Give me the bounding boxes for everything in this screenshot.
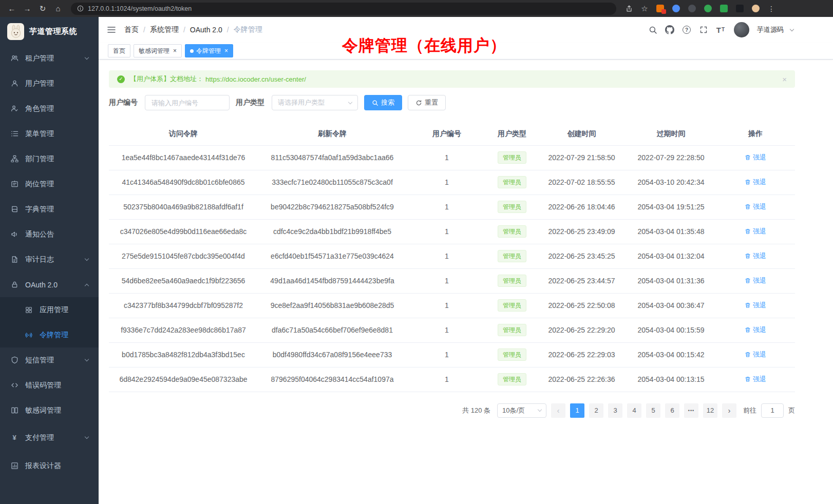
breadcrumb-home[interactable]: 首页 bbox=[124, 25, 139, 34]
sidebar-item-oauth2-token[interactable]: 令牌管理 bbox=[0, 322, 99, 347]
force-logout-button[interactable]: 强退 bbox=[745, 375, 766, 384]
sidebar-item-tenant[interactable]: 租户管理 bbox=[0, 46, 99, 71]
browser-forward-icon[interactable]: → bbox=[21, 3, 34, 15]
close-icon[interactable]: × bbox=[173, 48, 177, 54]
page-button-3[interactable]: 3 bbox=[608, 403, 622, 418]
goto-page-input[interactable] bbox=[761, 403, 784, 418]
sidebar-item-menu[interactable]: 菜单管理 bbox=[0, 121, 99, 146]
force-logout-button[interactable]: 强退 bbox=[745, 178, 766, 187]
sidebar-item-pay[interactable]: ¥ 支付管理 bbox=[0, 425, 99, 450]
force-logout-button[interactable]: 强退 bbox=[745, 153, 766, 162]
sidebar-item-dept[interactable]: 部门管理 bbox=[0, 146, 99, 171]
cell-refresh-token: b0df4980ffd34c67a08f9156e4eee733 bbox=[258, 342, 407, 367]
cell-user-id: 1 bbox=[407, 293, 487, 318]
trash-icon bbox=[745, 278, 751, 284]
force-logout-button[interactable]: 强退 bbox=[745, 251, 766, 261]
search-button[interactable]: 搜索 bbox=[364, 95, 402, 110]
sidebar-item-sensitive-word[interactable]: 敏感词管理 bbox=[0, 398, 99, 423]
sidebar-item-label: 敏感词管理 bbox=[25, 406, 61, 415]
user-menu-caret-icon[interactable] bbox=[790, 27, 794, 31]
user-type-select[interactable]: 请选择用户类型 bbox=[272, 95, 358, 110]
force-logout-label: 强退 bbox=[753, 375, 766, 384]
site-info-icon[interactable] bbox=[77, 5, 84, 12]
force-logout-button[interactable]: 强退 bbox=[745, 227, 766, 236]
tab-sensitive-word[interactable]: 敏感词管理 × bbox=[134, 44, 182, 57]
browser-menu-icon[interactable]: ⋮ bbox=[765, 5, 778, 13]
cell-user-id: 1 bbox=[407, 195, 487, 219]
sidebar-item-post[interactable]: 岗位管理 bbox=[0, 171, 99, 197]
fullscreen-icon[interactable] bbox=[697, 23, 710, 36]
browser-reload-icon[interactable]: ↻ bbox=[36, 3, 49, 15]
next-page-button[interactable]: › bbox=[722, 403, 736, 418]
force-logout-button[interactable]: 强退 bbox=[745, 301, 766, 310]
page-button-1[interactable]: 1 bbox=[570, 403, 584, 418]
browser-profile-avatar[interactable] bbox=[752, 5, 760, 12]
cell-create-time: 2022-06-25 23:44:57 bbox=[537, 268, 626, 293]
github-icon[interactable] bbox=[663, 23, 676, 36]
page-button-4[interactable]: 4 bbox=[627, 403, 641, 418]
browser-back-icon[interactable]: ← bbox=[5, 3, 18, 15]
force-logout-button[interactable]: 强退 bbox=[745, 325, 766, 335]
cell-user-type: 管理员 bbox=[487, 293, 537, 318]
extension-icon-grid[interactable] bbox=[656, 5, 664, 12]
help-icon[interactable]: ? bbox=[680, 23, 693, 36]
page-button-2[interactable]: 2 bbox=[589, 403, 603, 418]
chevron-down-icon bbox=[85, 357, 89, 361]
extension-icon-green[interactable] bbox=[704, 5, 712, 12]
search-icon[interactable] bbox=[646, 23, 659, 36]
sidebar-item-notice[interactable]: 通知公告 bbox=[0, 222, 99, 247]
sidebar-item-report-designer[interactable]: 报表设计器 bbox=[0, 453, 99, 478]
reset-button[interactable]: 重置 bbox=[408, 95, 446, 110]
sidebar-toggle-icon[interactable] bbox=[107, 25, 116, 34]
force-logout-button[interactable]: 强退 bbox=[745, 276, 766, 285]
cell-actions: 强退 bbox=[716, 367, 795, 392]
alert-close-icon[interactable]: × bbox=[782, 75, 787, 84]
tabs-bar: 首页 敏感词管理 × 令牌管理 × bbox=[99, 43, 833, 60]
sidebar-item-audit-log[interactable]: 审计日志 bbox=[0, 247, 99, 272]
app-logo[interactable]: 芋道管理系统 bbox=[0, 17, 99, 46]
force-logout-label: 强退 bbox=[753, 325, 766, 335]
force-logout-button[interactable]: 强退 bbox=[745, 202, 766, 211]
share-icon[interactable] bbox=[622, 3, 636, 15]
sidebar-item-oauth2[interactable]: OAuth 2.0 bbox=[0, 272, 99, 297]
doc-alert: ✓ 【用户体系】文档地址： https://doc.iocoder.cn/use… bbox=[109, 70, 795, 88]
trash-icon bbox=[745, 204, 751, 210]
table-body: 1ea5e44f8bc1467aaede43144f31de76 811c530… bbox=[109, 145, 795, 392]
sidebar-item-role[interactable]: 角色管理 bbox=[0, 96, 99, 121]
page-button-6[interactable]: 6 bbox=[665, 403, 679, 418]
tab-token[interactable]: 令牌管理 × bbox=[185, 44, 233, 57]
user-id-input[interactable] bbox=[145, 95, 230, 110]
page-button-12[interactable]: 12 bbox=[703, 403, 717, 418]
extension-icon-blue[interactable] bbox=[672, 5, 680, 12]
sidebar-item-oauth2-app[interactable]: 应用管理 bbox=[0, 297, 99, 322]
table-row: 41c41346a548490f9dc8b01c6bfe0865 333ecfc… bbox=[109, 170, 795, 195]
page-size-select[interactable]: 10条/页 bbox=[497, 403, 546, 418]
breadcrumb-oauth2[interactable]: OAuth 2.0 bbox=[190, 26, 222, 34]
tab-home[interactable]: 首页 bbox=[108, 44, 130, 57]
page-button-5[interactable]: 5 bbox=[646, 403, 660, 418]
sidebar-item-error-code[interactable]: 错误码管理 bbox=[0, 373, 99, 398]
close-icon[interactable]: × bbox=[224, 48, 228, 54]
sidebar-item-sms[interactable]: 短信管理 bbox=[0, 347, 99, 373]
extension-puzzle-icon[interactable] bbox=[720, 5, 728, 12]
prev-page-button[interactable]: ‹ bbox=[551, 403, 565, 418]
doc-link[interactable]: https://doc.iocoder.cn/user-center/ bbox=[205, 75, 306, 83]
font-size-icon[interactable]: TT bbox=[714, 23, 727, 36]
more-pages-button[interactable]: ••• bbox=[684, 403, 698, 418]
extension-icon-dark[interactable] bbox=[688, 5, 696, 12]
sidebar-item-label: 用户管理 bbox=[25, 79, 54, 88]
cell-user-type: 管理员 bbox=[487, 342, 537, 367]
bookmark-star-icon[interactable]: ☆ bbox=[638, 3, 651, 15]
extension-icon-black[interactable] bbox=[736, 5, 744, 12]
user-avatar[interactable] bbox=[734, 22, 749, 37]
username[interactable]: 芋道源码 bbox=[757, 25, 784, 34]
trash-icon bbox=[745, 228, 751, 235]
cell-user-type: 管理员 bbox=[487, 145, 537, 170]
browser-address-bar[interactable]: 127.0.0.1:1024/system/oauth2/token bbox=[71, 3, 616, 15]
force-logout-button[interactable]: 强退 bbox=[745, 350, 766, 359]
token-table: 访问令牌 刷新令牌 用户编号 用户类型 创建时间 过期时间 操作 1ea5e44… bbox=[109, 123, 795, 392]
sidebar-item-dict[interactable]: 字典管理 bbox=[0, 197, 99, 222]
breadcrumb-system[interactable]: 系统管理 bbox=[150, 25, 179, 34]
sidebar-item-user[interactable]: 用户管理 bbox=[0, 71, 99, 96]
browser-home-icon[interactable]: ⌂ bbox=[51, 3, 65, 15]
